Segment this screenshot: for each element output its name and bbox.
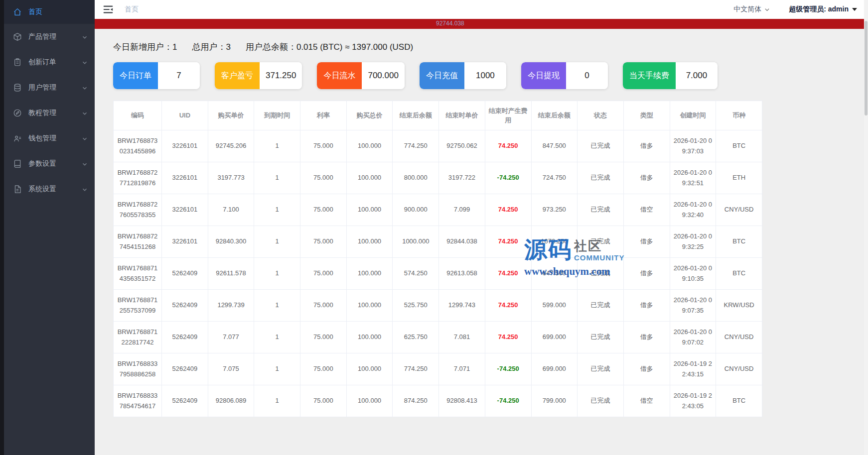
stat-card-value: 7.000 <box>676 62 718 89</box>
cell-type: 借空 <box>623 385 670 417</box>
stat-card-2: 今日流水700.000 <box>317 62 404 89</box>
cell-rate: 75.000 <box>300 130 347 162</box>
chevron-down-icon <box>82 186 88 192</box>
cell-buy_price: 92806.089 <box>208 385 254 417</box>
cell-type: 借多 <box>623 162 670 194</box>
table-row: BRW17688337854754617526240992806.089175.… <box>114 385 762 417</box>
cell-created: 2026-01-20 09:37:03 <box>670 130 716 162</box>
cell-end_price: 92750.062 <box>439 130 485 162</box>
cell-status: 已完成 <box>578 226 624 258</box>
main-area: 首页 中文简体 超级管理员: admin 92744.038 今日新增用户：1 <box>95 0 868 455</box>
cell-created: 2026-01-20 09:32:40 <box>670 194 716 226</box>
wallet-icon <box>13 134 22 143</box>
cell-type: 借空 <box>623 194 670 226</box>
home-icon <box>13 7 22 16</box>
cell-rate: 75.000 <box>300 385 347 417</box>
cell-coin: BTC <box>716 258 762 290</box>
orders-table-wrap: 编码UID购买单价到期时间利率购买总价结束后余额结束时单价结束时产生费用结束后余… <box>113 101 762 417</box>
scrollbar-thumb[interactable] <box>865 21 868 115</box>
cell-created: 2026-01-20 09:07:35 <box>670 290 716 322</box>
cell-buy_price: 3197.773 <box>208 162 254 194</box>
stat-card-4: 今日提现0 <box>521 62 608 89</box>
column-header: 类型 <box>623 101 670 130</box>
cell-coin: CNY/USD <box>716 322 762 353</box>
cell-end_price: 3197.722 <box>439 162 485 194</box>
page-scrollbar[interactable] <box>864 0 868 455</box>
cell-total: 100.000 <box>346 322 393 353</box>
column-header: 状态 <box>578 101 624 130</box>
admin-menu[interactable]: 超级管理员: admin <box>789 5 857 14</box>
chevron-down-icon <box>82 85 88 91</box>
sidebar-item-label: 用户管理 <box>28 83 56 92</box>
topbar: 首页 中文简体 超级管理员: admin <box>95 0 868 19</box>
language-selector[interactable]: 中文简体 <box>733 5 770 14</box>
cell-balance_after: 774.250 <box>393 353 439 385</box>
cell-end_price: 92613.058 <box>439 258 485 290</box>
cell-total: 100.000 <box>346 130 393 162</box>
language-label: 中文简体 <box>733 5 761 14</box>
column-header: 购买单价 <box>208 101 254 130</box>
stat-card-value: 700.000 <box>362 62 404 89</box>
stat-card-label: 今日提现 <box>521 62 566 89</box>
topbar-right: 中文简体 超级管理员: admin <box>733 5 857 14</box>
cell-created: 2026-01-19 22:43:15 <box>670 353 716 385</box>
cell-expire: 1 <box>254 385 300 417</box>
cell-created: 2026-01-20 09:07:02 <box>670 322 716 353</box>
cell-code: BRW17688337958886258 <box>114 353 162 385</box>
cell-end_balance: 799.000 <box>531 385 578 417</box>
column-header: 利率 <box>300 101 347 130</box>
sidebar-item-label: 创新订单 <box>28 58 56 67</box>
sidebar: 首页产品管理创新订单用户管理教程管理钱包管理参数设置系统设置 <box>4 0 95 455</box>
cell-end_balance: 699.000 <box>531 353 578 385</box>
cell-expire: 1 <box>254 130 300 162</box>
column-header: 币种 <box>716 101 762 130</box>
stat-card-label: 当天手续费 <box>623 62 676 89</box>
cell-total: 100.000 <box>346 290 393 322</box>
sidebar-item-6[interactable]: 参数设置 <box>4 151 95 176</box>
sidebar-item-5[interactable]: 钱包管理 <box>4 126 95 151</box>
stat-card-label: 今日充值 <box>420 62 464 89</box>
cell-end_balance: 599.000 <box>531 290 578 322</box>
cell-rate: 75.000 <box>300 226 347 258</box>
cell-total: 100.000 <box>346 162 393 194</box>
sidebar-item-1[interactable]: 产品管理 <box>4 24 95 49</box>
cell-balance_after: 625.750 <box>393 322 439 353</box>
sidebar-item-4[interactable]: 教程管理 <box>4 101 95 125</box>
stat-card-1: 客户盈亏371.250 <box>215 62 302 89</box>
cell-total: 100.000 <box>346 258 393 290</box>
breadcrumb[interactable]: 首页 <box>125 5 139 14</box>
chevron-down-icon <box>764 7 770 12</box>
cell-end_balance: 724.750 <box>531 162 578 194</box>
cell-status: 已完成 <box>578 194 624 226</box>
cell-buy_price: 7.100 <box>208 194 254 226</box>
book-icon <box>13 159 22 168</box>
cell-rate: 75.000 <box>300 290 347 322</box>
cell-status: 已完成 <box>578 162 624 194</box>
stat-card-label: 客户盈亏 <box>215 62 260 89</box>
cell-balance_after: 774.250 <box>393 130 439 162</box>
cell-created: 2026-01-20 09:32:51 <box>670 162 716 194</box>
cell-expire: 1 <box>254 322 300 353</box>
cell-rate: 75.000 <box>300 353 347 385</box>
table-header-row: 编码UID购买单价到期时间利率购买总价结束后余额结束时单价结束时产生费用结束后余… <box>114 101 762 130</box>
sidebar-menu: 首页产品管理创新订单用户管理教程管理钱包管理参数设置系统设置 <box>4 0 95 202</box>
cell-fee: 74.250 <box>485 258 531 290</box>
orders-table: 编码UID购买单价到期时间利率购买总价结束后余额结束时单价结束时产生费用结束后余… <box>113 101 762 417</box>
cell-status: 已完成 <box>578 353 624 385</box>
cell-expire: 1 <box>254 353 300 385</box>
column-header: 编码 <box>114 101 162 130</box>
sidebar-item-label: 首页 <box>28 7 42 16</box>
sidebar-item-3[interactable]: 用户管理 <box>4 75 95 100</box>
box-icon <box>13 32 22 41</box>
cell-balance_after: 525.750 <box>393 290 439 322</box>
sidebar-item-2[interactable]: 创新订单 <box>4 50 95 75</box>
menu-fold-icon[interactable] <box>103 4 114 15</box>
clipboard-icon <box>13 58 22 67</box>
sidebar-item-0[interactable]: 首页 <box>4 0 95 24</box>
cell-status: 已完成 <box>578 130 624 162</box>
sidebar-item-7[interactable]: 系统设置 <box>4 177 95 202</box>
cell-status: 已完成 <box>578 322 624 353</box>
stat-new-users: 今日新增用户：1 <box>113 41 177 53</box>
cell-fee: -74.250 <box>485 162 531 194</box>
cell-fee: 74.250 <box>485 322 531 353</box>
